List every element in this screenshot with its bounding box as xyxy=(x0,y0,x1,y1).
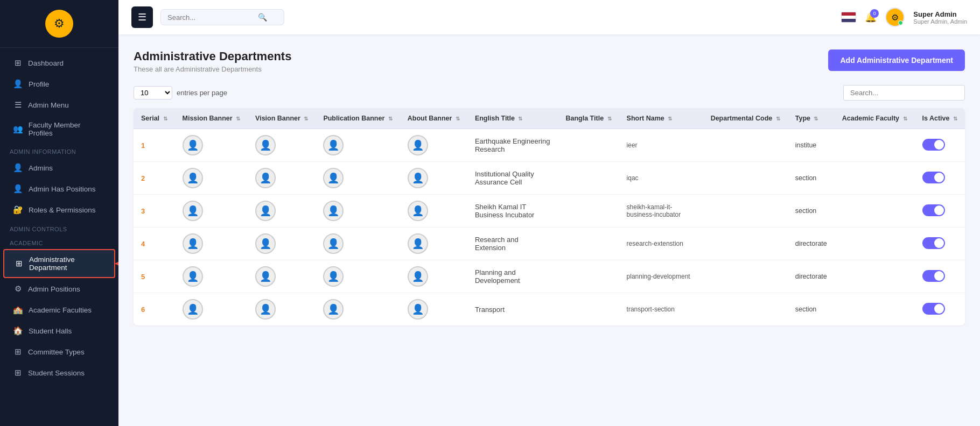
cell-serial: 4 xyxy=(134,228,175,260)
sidebar-item-admin-has-positions[interactable]: 👤 Admin Has Positions xyxy=(3,179,115,199)
cell-english-title: Transport xyxy=(467,293,558,326)
cell-type: section xyxy=(788,293,835,326)
col-publication-banner: Publication Banner ⇅ xyxy=(316,108,400,129)
sidebar-item-student-sessions[interactable]: ⊞ Student Sessions xyxy=(3,363,115,383)
sidebar-item-administrative-department[interactable]: ⊞ Administrative Department ➤ xyxy=(3,249,115,278)
cell-is-active xyxy=(915,129,965,162)
sidebar-item-label: Faculty Member Profiles xyxy=(29,121,106,137)
cell-mission-banner: 👤 xyxy=(175,162,248,195)
is-active-toggle[interactable] xyxy=(922,204,945,216)
cell-dept-code xyxy=(703,162,788,195)
sidebar-item-label: Admins xyxy=(29,164,53,172)
sidebar-item-dashboard[interactable]: ⊞ Dashboard xyxy=(3,53,115,73)
sidebar-item-label: Profile xyxy=(29,80,49,88)
add-administrative-department-button[interactable]: Add Administrative Department xyxy=(828,49,965,71)
avatar-placeholder: 👤 xyxy=(323,135,344,155)
col-type: Type ⇅ xyxy=(788,108,835,129)
faculty-icon: 👥 xyxy=(13,124,23,134)
cell-serial: 5 xyxy=(134,260,175,293)
cell-academic-faculty xyxy=(835,129,915,162)
section-title-academic: Academic xyxy=(0,235,118,248)
sidebar-item-student-halls[interactable]: 🏠 Student Halls xyxy=(3,321,115,341)
user-name: Super Admin xyxy=(913,10,967,18)
user-avatar: ⚙ xyxy=(885,8,905,27)
is-active-toggle[interactable] xyxy=(922,303,945,315)
cell-about-banner: 👤 xyxy=(400,260,467,293)
col-bangla-title: Bangla Title ⇅ xyxy=(558,108,619,129)
cell-english-title: Institutional Quality Assurance Cell xyxy=(467,162,558,195)
cell-is-active xyxy=(915,260,965,293)
cell-vision-banner: 👤 xyxy=(248,293,316,326)
sidebar-item-academic-faculties[interactable]: 🏫 Academic Faculties xyxy=(3,300,115,320)
topbar-right: 🔔 0 ⚙ Super Admin Super Admin, Admin xyxy=(841,8,967,27)
table-search-input[interactable] xyxy=(850,89,958,97)
col-mission-banner: Mission Banner ⇅ xyxy=(175,108,248,129)
admin-menu-icon: ☰ xyxy=(13,100,23,110)
roles-icon: 🔐 xyxy=(13,205,23,215)
topbar-search-icon: 🔍 xyxy=(258,13,267,22)
entries-label: entries per page xyxy=(177,89,227,97)
cell-mission-banner: 👤 xyxy=(175,129,248,162)
cell-bangla-title xyxy=(558,260,619,293)
avatar-placeholder: 👤 xyxy=(408,266,428,287)
sidebar-item-admin-positions[interactable]: ⚙ Admin Positions xyxy=(3,279,115,299)
entries-per-page-select[interactable]: 10 25 50 100 xyxy=(134,86,172,100)
cell-is-active xyxy=(915,195,965,228)
sidebar-item-label: Admin Menu xyxy=(28,101,69,109)
sidebar-item-admin-menu[interactable]: ☰ Admin Menu xyxy=(3,95,115,115)
sidebar-item-admins[interactable]: 👤 Admins xyxy=(3,158,115,178)
menu-toggle-button[interactable]: ☰ xyxy=(131,6,153,28)
cell-mission-banner: 👤 xyxy=(175,293,248,326)
cell-short-name: planning-development xyxy=(619,260,703,293)
notification-badge: 0 xyxy=(870,9,879,18)
sidebar-item-label: Administrative Department xyxy=(29,255,104,272)
sidebar-item-label: Student Sessions xyxy=(28,369,85,377)
sidebar-item-roles-permissions[interactable]: 🔐 Roles & Permissions xyxy=(3,200,115,220)
cell-vision-banner: 👤 xyxy=(248,195,316,228)
table-header-row: Serial ⇅ Mission Banner ⇅ Vision Banner … xyxy=(134,108,965,129)
cell-bangla-title xyxy=(558,129,619,162)
avatar-placeholder: 👤 xyxy=(183,135,203,155)
is-active-toggle[interactable] xyxy=(922,139,945,151)
topbar: ☰ 🔍 🔔 0 ⚙ Super Admin Super Admin, Admin xyxy=(118,0,980,34)
cell-academic-faculty xyxy=(835,228,915,260)
cell-publication-banner: 👤 xyxy=(316,129,400,162)
cell-dept-code xyxy=(703,260,788,293)
avatar-placeholder: 👤 xyxy=(183,266,203,287)
avatar-placeholder: 👤 xyxy=(255,135,276,155)
sidebar-item-label: Admin Positions xyxy=(28,285,80,293)
avatar-placeholder: 👤 xyxy=(408,233,428,254)
is-active-toggle[interactable] xyxy=(922,237,945,249)
cell-short-name: sheikh-kamal-it-business-incubator xyxy=(619,195,703,228)
cell-is-active xyxy=(915,293,965,326)
section-title-admin-controls: Admin Controls xyxy=(0,221,118,235)
dashboard-icon: ⊞ xyxy=(13,58,23,68)
avatar-placeholder: 👤 xyxy=(255,233,276,254)
col-is-active: Is Active ⇅ xyxy=(915,108,965,129)
table-row: 1 👤 👤 👤 👤 Earthquake Engineering Researc… xyxy=(134,129,965,162)
sidebar-item-faculty-member-profiles[interactable]: 👥 Faculty Member Profiles xyxy=(3,116,115,143)
is-active-toggle[interactable] xyxy=(922,172,945,183)
topbar-search-input[interactable] xyxy=(167,13,254,22)
cell-publication-banner: 👤 xyxy=(316,162,400,195)
cell-academic-faculty xyxy=(835,162,915,195)
cell-type: directorate xyxy=(788,260,835,293)
cell-serial: 6 xyxy=(134,293,175,326)
language-flag-icon[interactable] xyxy=(841,12,856,23)
cell-publication-banner: 👤 xyxy=(316,228,400,260)
table-controls: 10 25 50 100 entries per page xyxy=(134,85,965,101)
cell-dept-code xyxy=(703,129,788,162)
cell-english-title: Planning and Developement xyxy=(467,260,558,293)
table-row: 5 👤 👤 👤 👤 Planning and Developement plan… xyxy=(134,260,965,293)
sidebar-item-committee-types[interactable]: ⊞ Committee Types xyxy=(3,342,115,362)
is-active-toggle[interactable] xyxy=(922,270,945,282)
table-row: 3 👤 👤 👤 👤 Sheikh Kamal IT Business Incub… xyxy=(134,195,965,228)
sidebar-item-profile[interactable]: 👤 Profile xyxy=(3,74,115,94)
avatar-placeholder: 👤 xyxy=(183,233,203,254)
sidebar-nav: ⊞ Dashboard 👤 Profile ☰ Admin Menu 👥 Fac… xyxy=(0,48,118,426)
cell-dept-code xyxy=(703,293,788,326)
page-header-left: Administrative Departments These all are… xyxy=(134,49,291,73)
avatar-placeholder: 👤 xyxy=(255,168,276,188)
notification-button[interactable]: 🔔 0 xyxy=(865,11,877,23)
user-info: Super Admin Super Admin, Admin xyxy=(913,10,967,25)
